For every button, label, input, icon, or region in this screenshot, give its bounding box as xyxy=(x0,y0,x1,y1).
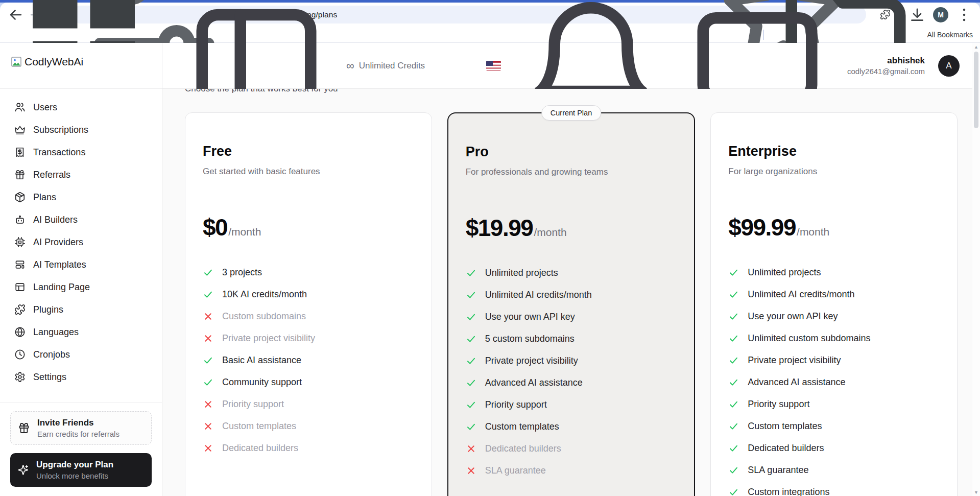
feature-row: Custom integrations xyxy=(728,481,940,496)
credits-label: Unlimited Credits xyxy=(359,61,425,71)
sidebar-item-label: Cronjobs xyxy=(33,349,70,360)
receipt-icon xyxy=(14,147,26,158)
sidebar-item-label: AI Providers xyxy=(33,237,83,248)
invite-friends-card[interactable]: Invite Friends Earn credits for referral… xyxy=(10,411,152,445)
feature-label: Community support xyxy=(222,377,302,388)
feature-label: Unlimited AI credits/month xyxy=(485,290,592,300)
check-icon xyxy=(466,399,476,410)
check-icon xyxy=(728,267,739,278)
check-icon xyxy=(728,421,739,432)
logo[interactable]: CodlyWebAi xyxy=(0,43,162,89)
plan-features: Unlimited projectsUnlimited AI credits/m… xyxy=(728,262,940,496)
sidebar-item-ai-providers[interactable]: AI Providers xyxy=(0,231,162,253)
sidebar-item-settings[interactable]: Settings xyxy=(0,366,162,388)
feature-label: Advanced AI assistance xyxy=(748,377,845,388)
feature-row: Dedicated builders xyxy=(728,437,940,459)
feature-row: Dedicated builders xyxy=(203,437,414,459)
sidebar-item-ai-builders[interactable]: AI Builders xyxy=(0,208,162,231)
feature-row: 10K AI credits/month xyxy=(203,284,414,305)
check-icon xyxy=(728,465,739,476)
invite-friends-title: Invite Friends xyxy=(37,418,119,428)
gear-icon xyxy=(14,371,26,383)
sidebar-item-label: Landing Page xyxy=(33,282,90,293)
feature-label: Unlimited custom subdomains xyxy=(748,333,870,344)
feature-row: 3 projects xyxy=(203,262,414,284)
feature-row: Unlimited projects xyxy=(728,262,940,284)
sidebar-item-cronjobs[interactable]: Cronjobs xyxy=(0,343,162,366)
check-icon xyxy=(728,311,739,322)
check-icon xyxy=(728,355,739,366)
feature-row: Dedicated builders xyxy=(466,438,677,460)
sidebar-item-plans[interactable]: Plans xyxy=(0,186,162,208)
feature-row: SLA guarantee xyxy=(728,459,940,481)
plan-price-row: $0/month xyxy=(203,214,414,241)
check-icon xyxy=(466,421,476,432)
scrollbar-thumb[interactable] xyxy=(974,52,978,128)
x-icon xyxy=(203,311,213,322)
feature-label: 5 custom subdomains xyxy=(485,334,575,344)
plan-price: $0 xyxy=(203,214,227,241)
x-icon xyxy=(203,333,213,344)
sidebar-item-label: Transactions xyxy=(33,147,85,158)
feature-row: Private project visibility xyxy=(728,349,940,371)
sidebar-item-users[interactable]: Users xyxy=(0,96,162,119)
sidebar-item-plugins[interactable]: Plugins xyxy=(0,298,162,321)
users-icon xyxy=(14,102,26,113)
check-icon xyxy=(466,290,476,300)
feature-label: Custom templates xyxy=(222,421,296,432)
check-icon xyxy=(466,312,476,322)
sidebar: CodlyWebAi UsersSubscriptionsTransaction… xyxy=(0,43,162,496)
page-scrollbar[interactable]: ▲ ▼ xyxy=(972,43,980,496)
sidebar-item-landing-page[interactable]: Landing Page xyxy=(0,276,162,298)
feature-row: Custom templates xyxy=(728,415,940,437)
gift-icon xyxy=(14,169,26,180)
sidebar-item-languages[interactable]: Languages xyxy=(0,321,162,343)
x-icon xyxy=(203,443,213,454)
plan-period: /month xyxy=(534,226,566,239)
x-icon xyxy=(466,443,476,454)
feature-label: Basic AI assistance xyxy=(222,355,301,366)
plan-price-row: $99.99/month xyxy=(728,214,940,241)
feature-label: Private project visibility xyxy=(748,355,841,366)
plan-card-pro: Current PlanProFor professionals and gro… xyxy=(447,112,696,496)
upgrade-plan-subtitle: Unlock more benefits xyxy=(36,471,113,480)
check-icon xyxy=(728,289,739,300)
feature-label: Dedicated builders xyxy=(748,443,824,454)
package-icon xyxy=(14,192,26,203)
feature-label: 10K AI credits/month xyxy=(222,289,307,300)
user-avatar[interactable]: A xyxy=(938,55,960,77)
user-name: abhishek xyxy=(847,55,925,66)
scrollbar-up-button[interactable]: ▲ xyxy=(972,43,980,51)
plan-cards: FreeGet started with basic features$0/mo… xyxy=(185,112,958,496)
sidebar-item-ai-templates[interactable]: AI Templates xyxy=(0,253,162,276)
feature-row: SLA guarantee xyxy=(466,460,677,482)
sidebar-nav: UsersSubscriptionsTransactionsReferralsP… xyxy=(0,89,162,388)
plan-price-row: $19.99/month xyxy=(466,214,677,242)
x-icon xyxy=(203,421,213,432)
plan-features: 3 projects10K AI credits/monthCustom sub… xyxy=(203,262,414,459)
sidebar-item-label: Languages xyxy=(33,327,79,338)
language-flag-us[interactable] xyxy=(486,61,501,70)
feature-label: Priority support xyxy=(748,399,809,410)
sidebar-item-referrals[interactable]: Referrals xyxy=(0,163,162,186)
feature-row: Advanced AI assistance xyxy=(728,371,940,393)
sidebar-item-label: Referrals xyxy=(33,170,70,180)
feature-label: Private project visibility xyxy=(222,333,315,344)
feature-row: Community support xyxy=(203,371,414,393)
plan-name: Enterprise xyxy=(728,144,940,159)
crown-icon xyxy=(14,124,26,135)
sidebar-item-label: Subscriptions xyxy=(33,125,88,135)
layout-icon xyxy=(14,259,26,270)
feature-label: Priority support xyxy=(485,399,547,410)
scrollbar-down-button[interactable]: ▼ xyxy=(972,488,980,496)
feature-row: Private project visibility xyxy=(466,350,677,372)
feature-label: Custom templates xyxy=(485,421,559,432)
upgrade-plan-button[interactable]: Upgrade your Plan Unlock more benefits xyxy=(10,453,152,487)
feature-label: Use your own API key xyxy=(748,311,838,322)
feature-row: Unlimited projects xyxy=(466,262,677,284)
sidebar-item-transactions[interactable]: Transactions xyxy=(0,141,162,163)
sidebar-item-subscriptions[interactable]: Subscriptions xyxy=(0,119,162,141)
user-info[interactable]: abhishek codly2641@gmail.com xyxy=(847,55,925,77)
main-area: ∞ Unlimited Credits abhishek codly2641@g… xyxy=(162,43,980,496)
check-icon xyxy=(466,377,476,388)
